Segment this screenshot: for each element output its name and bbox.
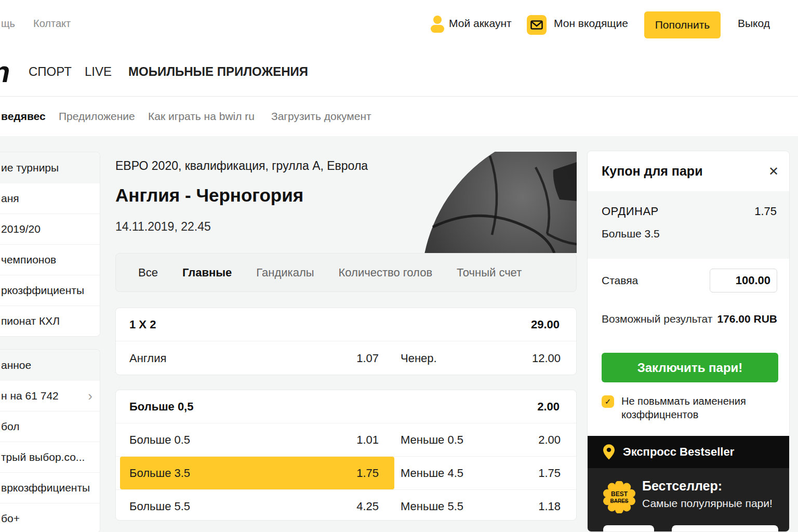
sidebar-item-quick-pick[interactable]: трый выбор.со... <box>0 442 100 472</box>
sidebar-item-season[interactable]: 2019/20 <box>0 214 100 244</box>
bestseller-option-2[interactable] <box>672 525 778 532</box>
betslip-selection: ОРДИНАР 1.75 Больше 3.5 <box>588 191 789 259</box>
close-icon[interactable]: ✕ <box>768 164 779 179</box>
betslip-panel: Купон для пари ✕ ОРДИНАР 1.75 Больше 3.5… <box>587 151 790 532</box>
tab-goal-count[interactable]: Количество голов <box>339 266 433 280</box>
sidebar-item-football[interactable]: бол <box>0 411 100 442</box>
odds-over-0.5[interactable]: Больше 0.5 1.01 <box>120 423 394 456</box>
nav-live[interactable]: LIVE <box>85 47 112 96</box>
totals-row-5.5: Больше 5.5 4.25 Меньше 5.5 1.18 <box>116 489 576 521</box>
tab-all[interactable]: Все <box>138 266 158 280</box>
possible-result-row: Возможный результат 176.00 RUB <box>588 302 789 336</box>
user-icon <box>429 15 446 33</box>
sidebar-tournaments: ие турниры аня 2019/20 чемпионов ркозффи… <box>0 152 100 337</box>
tab-handicaps[interactable]: Гандикалы <box>256 266 314 280</box>
svg-text:BARES: BARES <box>610 498 628 504</box>
betslip-header: Купон для пари ✕ <box>588 151 789 191</box>
odds-over-3.5-selected[interactable]: Больше 3.5 1.75 <box>120 457 394 489</box>
map-pin-icon <box>603 444 615 460</box>
sidebar-item-today[interactable]: аня <box>0 183 100 214</box>
bestseller-badge: BEST BARES <box>603 481 635 515</box>
match-title: Англия - Черногория <box>115 185 303 206</box>
odds-under-0.5[interactable]: Меньше 0.5 2.00 <box>394 423 577 456</box>
checkbox-checked-icon[interactable]: ✓ <box>602 395 614 408</box>
inbox-link[interactable]: Мон вкодящие <box>554 0 628 47</box>
main-nav: n СПОРТ LIVE МОЬИЛЬНЫЕ ПРИЛОЖЕНИЯ <box>0 47 798 97</box>
bestseller-title: Бестселлер: <box>642 478 722 494</box>
nav-mobile-apps[interactable]: МОЬИЛЬНЫЕ ПРИЛОЖЕНИЯ <box>128 47 308 96</box>
bet-selection-label: Больше 3.5 <box>602 228 660 240</box>
tab-main[interactable]: Главные <box>182 266 232 280</box>
market-1x2-card: 1 X 2 29.00 Англия 1.07 Ченер. 12.00 <box>115 308 577 375</box>
odds-montenegro[interactable]: Ченер. 12.00 <box>394 341 577 375</box>
account-link[interactable]: Мой аккаунт <box>449 0 512 47</box>
sidebar-item-khl[interactable]: пионат КХЛ <box>0 305 100 336</box>
subnav-how-to[interactable]: Как играть на bwiл ru <box>148 97 255 136</box>
sidebar-item-lotto[interactable]: бо+ <box>0 503 100 532</box>
subnav-offer[interactable]: Предиложение <box>59 97 135 136</box>
accept-odds-changes[interactable]: ✓ Не повьммать иаменения козффицнентов <box>602 394 763 421</box>
odds-over-5.5[interactable]: Больше 5.5 4.25 <box>120 490 394 521</box>
chevron-right-icon: › <box>88 388 92 404</box>
market-totals-header[interactable]: Больше 0,5 2.00 <box>116 390 576 423</box>
sidebar-item-champions[interactable]: чемпионов <box>0 244 100 275</box>
svg-text:BEST: BEST <box>611 490 628 498</box>
market-1x2-header[interactable]: 1 X 2 29.00 <box>116 308 576 341</box>
odds-under-4.5[interactable]: Меньше 4.5 1.75 <box>394 457 577 489</box>
sidebar-item-supercoefs[interactable]: ркозффициенты <box>0 275 100 305</box>
logout-link[interactable]: Выкод <box>738 0 770 47</box>
nav-sport[interactable]: СПОРТ <box>29 47 72 96</box>
market-totals-card: Больше 0,5 2.00 Больше 0.5 1.01 Меньше 0… <box>115 390 577 521</box>
league-breadcrumb: ЕВРО 2020, квалификация, грулла А, Еврол… <box>115 159 368 173</box>
stake-row: Ставяа <box>588 259 789 302</box>
subnav: ведявес Предиложение Как играть на bwiл … <box>0 97 798 136</box>
bet-odds-value: 1.75 <box>754 205 777 218</box>
contact-link[interactable]: Колтакт <box>33 0 71 47</box>
match-datetime: 14.11.2019, 22.45 <box>115 220 211 234</box>
odds-england[interactable]: Англия 1.07 <box>120 341 394 375</box>
market-1x2-header-odds: 29.00 <box>531 318 560 331</box>
sidebar-item-supercoefs-2[interactable]: вркозффициенты <box>0 472 100 503</box>
market-1x2-name: 1 X 2 <box>129 318 156 331</box>
help-link[interactable]: щь <box>1 0 15 47</box>
subnav-upload[interactable]: Загрузить документ <box>271 97 371 136</box>
deposit-button[interactable]: Пополнить <box>644 11 721 38</box>
page: щь Колтакт Мой аккаунт Мон вкодящие Попо… <box>0 0 798 532</box>
bestseller-subtitle: Самые полулярные пари! <box>642 497 773 510</box>
brand-logo[interactable]: n <box>0 54 10 89</box>
possible-result-label: Возможный результат <box>602 313 712 325</box>
stake-input[interactable] <box>710 269 777 292</box>
betslip-title: Купон для пари <box>602 164 703 179</box>
place-bet-button[interactable]: Заключить пари! <box>602 353 778 382</box>
stake-label: Ставяа <box>602 274 638 287</box>
accept-odds-changes-label: Не повьммать иаменения козффицнентов <box>621 394 751 421</box>
express-bestseller-panel: Экспросс Bestseller BEST BARES Бестселле… <box>588 436 789 532</box>
totals-row-3.5: Больше 3.5 1.75 Меньше 4.5 1.75 <box>116 456 576 489</box>
subnav-active-item[interactable]: ведявес <box>1 97 46 136</box>
odds-under-5.5[interactable]: Меньше 5.5 1.18 <box>394 490 577 521</box>
sidebar-item-live-count[interactable]: н на 61 742 › <box>0 381 100 411</box>
totals-row-0.5: Больше 0.5 1.01 Меньше 0.5 2.00 <box>116 423 576 456</box>
express-bestseller-title: Экспросс Bestseller <box>623 445 734 459</box>
soccer-ball-image <box>423 152 577 253</box>
bestseller-option-1[interactable] <box>603 525 654 532</box>
market-1x2-row: Англия 1.07 Ченер. 12.00 <box>116 341 576 375</box>
market-tabs: Все Главные Гандикалы Количество голов Т… <box>115 253 577 292</box>
sidebar-tournaments-header: ие турниры <box>0 152 100 183</box>
sidebar-favorites: анное н на 61 742 › бол трый выбор.со...… <box>0 349 100 532</box>
sidebar-favorites-header: анное <box>0 350 100 381</box>
market-totals-header-odds: 2.00 <box>537 400 560 414</box>
topbar: щь Колтакт Мой аккаунт Мон вкодящие Попо… <box>0 0 798 47</box>
tab-exact-score[interactable]: Точный счет <box>457 266 522 280</box>
bet-type-label: ОРДИНАР <box>602 205 659 218</box>
express-bestseller-header[interactable]: Экспросс Bestseller <box>588 436 789 468</box>
inbox-icon[interactable] <box>527 15 547 35</box>
market-totals-name: Больше 0,5 <box>129 400 193 414</box>
possible-result-value: 176.00 RUB <box>717 313 777 325</box>
